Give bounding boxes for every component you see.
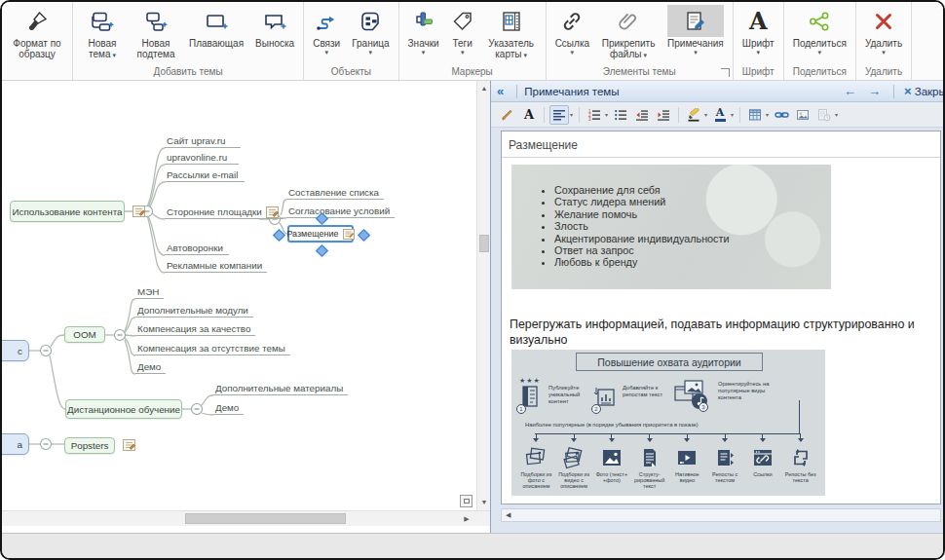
topic-autofunnels[interactable]: Автоворонки: [165, 242, 229, 255]
forward-arrow-icon[interactable]: →: [862, 84, 887, 98]
step-number: 2: [591, 404, 601, 414]
font-color-icon[interactable]: A: [710, 105, 730, 125]
dialog-launcher-icon[interactable]: [721, 68, 730, 77]
down-arrow-icon: [609, 438, 615, 445]
topic-site[interactable]: Сайт uprav.ru: [165, 134, 241, 148]
divider: [544, 107, 545, 123]
map-canvas[interactable]: Использование контента Сайт uprav.ru upr…: [2, 81, 490, 533]
delete-button[interactable]: Удалить ▾: [860, 4, 907, 57]
topic-distance-learning[interactable]: Дистанционное обучение: [65, 399, 182, 419]
topic-comp-absence[interactable]: Компенсация за отсутствие темы: [135, 342, 290, 355]
new-topic-button[interactable]: Новая тема▾: [77, 4, 128, 61]
align-icon[interactable]: [549, 105, 569, 125]
timestamp-icon[interactable]: [814, 105, 834, 125]
format-painter-button[interactable]: Формат по образцу: [6, 4, 68, 60]
horizontal-scroll-thumb[interactable]: [185, 513, 346, 524]
relationships-button[interactable]: Связи ▾: [308, 4, 345, 57]
format-brush-icon[interactable]: [498, 105, 517, 125]
highlighter-icon[interactable]: [684, 105, 703, 125]
dropdown-arrow[interactable]: ▾: [704, 111, 707, 118]
note-icon[interactable]: [266, 206, 279, 218]
format-painter-icon: [11, 5, 63, 37]
status-bar: [2, 533, 943, 558]
notes-horizontal-scrollbar[interactable]: ◀: [501, 508, 941, 522]
topic-men[interactable]: МЭН: [135, 285, 164, 299]
step-number: 1: [516, 404, 526, 414]
notes-icon: [667, 5, 724, 37]
floating-topic-button[interactable]: Плавающая: [184, 4, 248, 50]
topic-list-making[interactable]: Составление списка: [286, 186, 384, 200]
dropdown-arrow[interactable]: ▾: [835, 111, 838, 118]
topic-placement-selected[interactable]: Размещение: [287, 225, 354, 243]
tags-button[interactable]: Теги ▾: [446, 4, 479, 57]
paperclip-icon: [601, 5, 656, 37]
font-dialog-icon[interactable]: A: [519, 105, 539, 125]
notes-editor[interactable]: Размещение Сохранение для себя Статус ли…: [501, 131, 941, 504]
content-type-item: Репосты с текстом: [706, 433, 744, 489]
bullet-list-icon[interactable]: [611, 105, 630, 125]
topic-terms[interactable]: Согласование условий: [286, 205, 395, 218]
note-icon[interactable]: [132, 205, 145, 217]
topic-extra-modules[interactable]: Дополнительные модули: [135, 304, 253, 317]
content-type-item: Структу- рированный текст: [630, 433, 668, 489]
insert-link-icon[interactable]: [772, 105, 791, 125]
tags-icon: [451, 5, 474, 37]
topic-cut-top[interactable]: с: [2, 340, 29, 361]
divider: [579, 107, 580, 123]
note-icon[interactable]: [343, 229, 355, 240]
canvas-vertical-scrollbar[interactable]: ▲ ▼: [476, 81, 490, 510]
map-overview-button[interactable]: [460, 495, 472, 507]
notes-button[interactable]: Примечания ▾: [662, 4, 729, 57]
indent-icon[interactable]: [654, 105, 673, 125]
scroll-down-arrow[interactable]: ▼: [477, 496, 490, 509]
topic-cut-bottom[interactable]: а: [2, 433, 29, 455]
topic-ad-campaigns[interactable]: Рекламные компании: [165, 259, 267, 273]
callout-button[interactable]: Выноска: [250, 4, 299, 50]
font-button[interactable]: A Шрифт ▾: [737, 4, 779, 57]
topic-email[interactable]: Рассылки e-mail: [165, 168, 245, 182]
attach-files-button[interactable]: Прикрепить файлы▾: [596, 4, 661, 61]
topic-extra-materials[interactable]: Дополнительные материалы: [213, 382, 348, 395]
collapse-panel-icon[interactable]: «: [491, 84, 510, 98]
insert-image-icon[interactable]: [793, 105, 813, 125]
new-subtopic-button[interactable]: Новая подтема: [130, 4, 182, 60]
content-types-row: Подборки из фото с описанием Подборки из…: [517, 433, 819, 489]
map-index-button[interactable]: Указатель карты▾: [481, 4, 542, 61]
group-label-add-topics: Добавить темы: [73, 64, 303, 80]
notes-panel-title: Примечания темы: [524, 86, 619, 97]
dropdown-arrow[interactable]: ▾: [731, 111, 734, 118]
ribbon-group-delete: Удалить ▾ Удалить: [856, 2, 912, 80]
map-viewport[interactable]: Использование контента Сайт uprav.ru upr…: [2, 81, 476, 510]
topic-demo-2[interactable]: Демо: [213, 401, 244, 415]
close-panel-label[interactable]: Закрыть: [915, 86, 945, 97]
dropdown-arrow[interactable]: ▾: [570, 111, 573, 118]
numbered-list-icon[interactable]: 123: [585, 105, 604, 125]
topic-upravonline[interactable]: upravonline.ru: [165, 151, 239, 165]
boundary-button[interactable]: Граница ▾: [347, 4, 394, 57]
icons-button[interactable]: Значки ▾: [403, 4, 444, 57]
app-window: Формат по образцу Новая тема▾ Новая подт…: [0, 0, 945, 560]
share-button[interactable]: Поделиться ▾: [788, 4, 851, 57]
scroll-up-arrow[interactable]: ▲: [477, 82, 490, 95]
close-panel-icon[interactable]: ×: [901, 84, 915, 98]
insert-table-icon[interactable]: [745, 105, 765, 125]
scroll-right-arrow[interactable]: ▶: [460, 512, 473, 526]
topic-third-party[interactable]: Сторонние площадки: [165, 205, 284, 219]
dropdown-arrow[interactable]: ▾: [605, 111, 608, 118]
topic-content-usage[interactable]: Использование контента: [10, 201, 125, 222]
back-arrow-icon[interactable]: ←: [838, 84, 862, 98]
link-button[interactable]: Ссылка ▾: [550, 4, 594, 57]
scroll-left-arrow[interactable]: ◀: [502, 511, 510, 519]
group-label-markers: Маркеры: [399, 64, 546, 80]
note-icon[interactable]: [123, 439, 135, 451]
topic-comp-quality[interactable]: Компенсация за качество: [135, 322, 255, 336]
dropdown-arrow[interactable]: ▾: [766, 111, 769, 118]
note-title: Размещение: [502, 131, 940, 158]
topic-oom[interactable]: ООМ: [64, 326, 105, 343]
canvas-horizontal-scrollbar[interactable]: ▶: [2, 510, 490, 526]
vertical-scroll-thumb[interactable]: [479, 235, 489, 252]
divider: [893, 85, 894, 98]
topic-demo-1[interactable]: Демо: [135, 360, 166, 374]
outdent-icon[interactable]: [632, 105, 652, 125]
topic-popsters[interactable]: Popsters: [64, 437, 115, 454]
